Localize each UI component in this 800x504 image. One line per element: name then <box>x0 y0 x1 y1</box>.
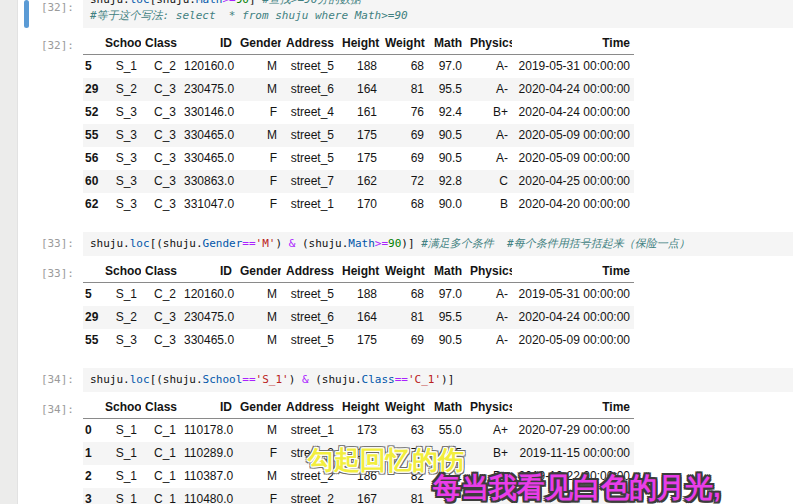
column-header: Physics <box>466 399 512 419</box>
code-token: [(shuju. <box>150 237 203 250</box>
table-cell: 110387.0 <box>180 465 236 488</box>
table-cell: 175 <box>338 124 381 147</box>
code-token: == <box>395 373 408 386</box>
table-cell: street_4 <box>281 101 338 124</box>
index-column-header <box>83 399 101 419</box>
table-cell: A- <box>466 306 512 329</box>
table-cell: 230475.0 <box>180 306 236 329</box>
table-cell: 2020-04-24 00:00:00 <box>512 78 634 101</box>
table-cell: 2020-04-25 00:00:00 <box>512 170 634 193</box>
table-cell: S_1 <box>101 465 141 488</box>
code-input-32[interactable]: shuju.loc[shuju.Math>=90] #查找>=90分的数据 #等… <box>83 0 793 28</box>
table-cell: street_6 <box>281 306 338 329</box>
column-header: Math <box>428 399 466 419</box>
row-index: 3 <box>83 488 101 504</box>
table-cell: A- <box>466 78 512 101</box>
column-header: Gender <box>236 263 281 283</box>
row-index: 60 <box>83 170 101 193</box>
table-cell: 175 <box>338 147 381 170</box>
code-token: [shuju. <box>150 0 196 6</box>
row-index: 55 <box>83 329 101 352</box>
table-cell: 175 <box>338 329 381 352</box>
code-line: shuju.loc[shuju.Math>=90] #查找>=90分的数据 <box>90 0 786 8</box>
table-cell: M <box>236 419 281 443</box>
code-token: School <box>203 373 243 386</box>
table-cell: C <box>466 170 512 193</box>
table-cell: 69 <box>381 124 428 147</box>
table-cell: 68 <box>381 193 428 216</box>
table-cell: 330146.0 <box>180 101 236 124</box>
table-cell: 2020-05-09 00:00:00 <box>512 124 634 147</box>
column-header: ID <box>180 263 236 283</box>
code-cell-33[interactable]: [33]: shuju.loc[(shuju.Gender=='M') & (s… <box>18 232 800 256</box>
table-cell: M <box>236 465 281 488</box>
output-prompt-32: [32]: <box>18 35 83 216</box>
table-cell: S_2 <box>101 306 141 329</box>
code-token: == <box>242 237 255 250</box>
column-header: Address <box>281 399 338 419</box>
table-cell: C_2 <box>141 283 180 307</box>
table-cell: B <box>466 193 512 216</box>
table-cell: 81 <box>381 78 428 101</box>
table-cell: 2020-04-20 00:00:00 <box>512 193 634 216</box>
table-cell: A- <box>466 329 512 352</box>
table-cell: 72 <box>381 170 428 193</box>
column-header: Class <box>141 399 180 419</box>
table-cell: 230475.0 <box>180 78 236 101</box>
notebook-left-gutter <box>0 0 18 504</box>
table-cell: 55.0 <box>428 419 466 443</box>
column-header: Time <box>512 263 634 283</box>
table-cell: M <box>236 124 281 147</box>
table-cell: 2020-04-24 00:00:00 <box>512 306 634 329</box>
code-token: #满足多个条件 #每个条件用括号括起来（保险一点） <box>421 237 690 250</box>
column-header: Height <box>338 35 381 55</box>
column-header: ID <box>180 399 236 419</box>
column-header: Gender <box>236 399 281 419</box>
table-cell: F <box>236 442 281 465</box>
column-header: Time <box>512 35 634 55</box>
code-token: shuju. <box>90 0 130 6</box>
table-cell: 92.8 <box>428 170 466 193</box>
code-line: shuju.loc[(shuju.School=='S_1') & (shuju… <box>90 372 786 388</box>
table-cell: 188 <box>338 55 381 79</box>
table-cell: S_1 <box>101 419 141 443</box>
table-cell: C_3 <box>141 306 180 329</box>
table-cell: 69 <box>381 329 428 352</box>
table-row: 55S_3C_3330465.0Mstreet_51756990.5A-2020… <box>83 329 634 352</box>
table-cell: street_5 <box>281 329 338 352</box>
code-input-33[interactable]: shuju.loc[(shuju.Gender=='M') & (shuju.M… <box>83 232 793 256</box>
table-row: 5S_1C_2120160.0Mstreet_51886897.0A-2019-… <box>83 283 634 307</box>
index-column-header <box>83 263 101 283</box>
table-cell: 331047.0 <box>180 193 236 216</box>
table-cell: S_1 <box>101 488 141 504</box>
column-header: Weight <box>381 35 428 55</box>
output-cell-33: [33]: SchoolClassIDGenderAddressHeightWe… <box>18 263 800 352</box>
code-token: >= <box>375 237 388 250</box>
table-cell: M <box>236 329 281 352</box>
cell-selection-bar[interactable] <box>24 0 29 28</box>
table-header-row: SchoolClassIDGenderAddressHeightWeightMa… <box>83 399 634 419</box>
code-input-34[interactable]: shuju.loc[(shuju.School=='S_1') & (shuju… <box>83 368 793 392</box>
row-index: 5 <box>83 283 101 307</box>
table-cell: 110289.0 <box>180 442 236 465</box>
code-token: == <box>242 373 255 386</box>
table-cell: C_3 <box>141 124 180 147</box>
table-cell: F <box>236 147 281 170</box>
code-token: ) <box>275 237 288 250</box>
code-token: Math <box>348 237 375 250</box>
table-cell: street_5 <box>281 147 338 170</box>
table-cell: A- <box>466 55 512 79</box>
code-cell-34[interactable]: [34]: shuju.loc[(shuju.School=='S_1') & … <box>18 368 800 392</box>
table-cell: street_5 <box>281 55 338 79</box>
code-cell-32[interactable]: [32]: shuju.loc[shuju.Math>=90] #查找>=90分… <box>18 0 800 28</box>
table-cell: A+ <box>466 419 512 443</box>
table-cell: 95.5 <box>428 78 466 101</box>
table-cell: F <box>236 170 281 193</box>
table-cell: 2020-05-09 00:00:00 <box>512 147 634 170</box>
notebook-area: [32]: shuju.loc[shuju.Math>=90] #查找>=90分… <box>18 0 800 504</box>
row-index: 2 <box>83 465 101 488</box>
table-cell: B+ <box>466 101 512 124</box>
table-cell: 161 <box>338 101 381 124</box>
code-token: (shuju. <box>295 237 348 250</box>
table-cell: S_3 <box>101 147 141 170</box>
